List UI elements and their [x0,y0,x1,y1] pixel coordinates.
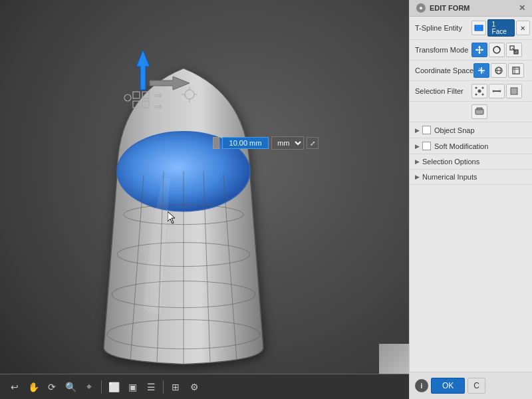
numerical-inputs-label: Numerical Inputs [422,173,477,181]
filter-face-btn[interactable] [506,84,522,98]
soft-modification-label: Soft Modification [434,142,488,150]
svg-marker-11 [150,76,190,90]
panel-title: EDIT FORM [430,4,470,12]
selection-filter-extra-row [410,102,532,122]
bottom-toolbar: ↩ ✋ ⟳ 🔍 ⌖ ⬜ ▣ ☰ ⊞ ⚙ [0,374,409,399]
t-spline-entity-row: T-Spline Entity 1 Face ✕ [410,17,532,40]
unit-dropdown[interactable]: mm in cm [271,136,304,150]
svg-rect-14 [133,101,140,108]
soft-modification-checkbox[interactable] [422,142,431,150]
object-snap-section[interactable]: ▶ Object Snap [410,122,532,138]
panel-spacer [410,185,532,372]
selection-options-section[interactable]: ▶ Selection Options [410,154,532,170]
soft-modification-arrow: ▶ [415,143,420,150]
input-indicator [213,137,219,149]
svg-rect-42 [513,67,519,74]
svg-point-48 [475,94,477,96]
svg-point-47 [482,87,484,89]
viewport[interactable]: ⇒ ⇒ 10.00 mm mm in cm ⤢ [0,0,409,399]
t-spline-entity-controls: 1 Face ✕ [471,19,530,37]
panel-close-button[interactable]: ✕ [519,3,525,13]
svg-point-45 [478,90,481,93]
face-select-icon[interactable] [471,21,486,35]
svg-point-52 [499,90,501,92]
svg-marker-10 [136,50,150,90]
selection-filter-row: Selection Filter [410,81,532,102]
svg-text:⇒: ⇒ [154,90,162,100]
orbit-button[interactable]: ⟳ [44,379,60,395]
selection-options-label: Selection Options [422,158,479,166]
coordinate-space-label: Coordinate Space [415,66,473,74]
filter-vertex-btn[interactable] [471,84,487,98]
dimension-input-overlay: 10.00 mm mm in cm ⤢ [213,136,319,150]
toolbar-separator-2 [163,380,164,394]
coord-local-btn[interactable] [473,63,489,78]
display-mode-1[interactable]: ⬜ [106,379,122,395]
pan-button[interactable]: ✋ [25,379,41,395]
info-button[interactable]: i [415,379,428,392]
coord-world-btn[interactable] [491,63,507,78]
soft-modification-section[interactable]: ▶ Soft Modification [410,138,532,154]
transform-mode-controls [471,43,522,57]
face-count-badge: 1 Face [487,19,515,37]
selection-filter-label: Selection Filter [415,87,471,95]
right-panel: ● EDIT FORM ✕ T-Spline Entity 1 Face ✕ T… [409,0,532,399]
object-snap-arrow: ▶ [415,127,420,134]
svg-text:⇒: ⇒ [154,101,162,112]
toolbar-separator-1 [101,380,102,394]
main-container: ⇒ ⇒ 10.00 mm mm in cm ⤢ [0,0,532,399]
svg-point-51 [493,90,495,92]
coordinate-space-controls [473,63,524,78]
grid-button[interactable]: ⊞ [168,379,184,395]
settings-button[interactable]: ⚙ [186,379,202,395]
selection-filter-controls [471,84,522,98]
object-snap-label: Object Snap [434,126,475,134]
panel-header: ● EDIT FORM ✕ [410,0,532,17]
selection-filter-extra-controls [471,104,487,119]
filter-body-btn[interactable] [471,104,487,119]
expand-input-button[interactable]: ⤢ [307,137,319,149]
zoom-button[interactable]: 🔍 [63,379,78,395]
svg-rect-13 [142,92,149,98]
svg-marker-28 [478,46,481,48]
transform-mode-label: Transform Mode [415,46,471,54]
transform-rotate-btn[interactable] [489,43,505,57]
transform-widget: ⇒ ⇒ [113,47,219,128]
ok-button[interactable]: OK [431,378,465,394]
object-snap-checkbox[interactable] [422,126,431,134]
transform-scale-btn[interactable] [506,43,522,57]
video-thumbnail [379,344,409,374]
coord-view-btn[interactable] [508,63,524,78]
transform-move-btn[interactable] [471,43,487,57]
selection-options-arrow: ▶ [415,158,420,165]
svg-marker-29 [478,52,481,54]
panel-footer: i OK C [410,372,532,399]
entity-close-button[interactable]: ✕ [516,21,531,35]
t-spline-entity-label: T-Spline Entity [415,24,471,32]
svg-point-49 [482,94,484,96]
display-mode-3[interactable]: ☰ [143,379,159,395]
display-mode-2[interactable]: ▣ [124,379,140,395]
svg-point-16 [124,94,131,101]
numerical-inputs-arrow: ▶ [415,174,420,180]
numerical-inputs-section[interactable]: ▶ Numerical Inputs [410,170,532,185]
filter-edge-btn[interactable] [489,84,505,98]
svg-rect-12 [133,92,140,98]
svg-rect-15 [142,101,149,108]
svg-marker-31 [481,49,483,51]
dimension-input[interactable]: 10.00 mm [222,137,269,149]
coordinate-space-row: Coordinate Space [410,61,532,81]
undo-button[interactable]: ↩ [7,379,23,395]
svg-rect-55 [477,108,482,110]
svg-rect-53 [511,88,517,94]
svg-point-19 [185,90,194,99]
fit-button[interactable]: ⌖ [81,379,97,395]
panel-header-icon: ● [416,3,426,13]
svg-point-46 [475,87,477,89]
cancel-button[interactable]: C [467,378,485,394]
svg-marker-30 [475,49,477,51]
transform-mode-row: Transform Mode [410,40,532,61]
